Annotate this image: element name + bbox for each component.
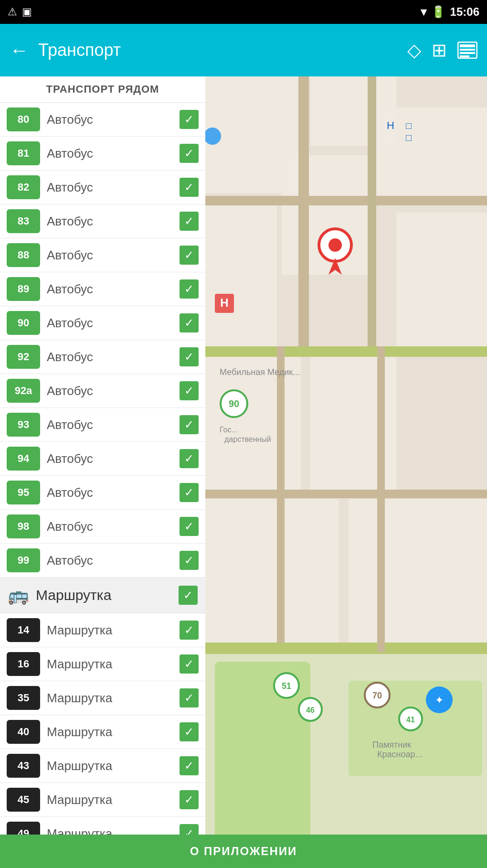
svg-text:Мебильная Медик...: Мебильная Медик...	[220, 367, 300, 377]
route-row[interactable]: 93 Автобус ✓	[0, 408, 205, 442]
route-type-label: Маршрутка	[47, 793, 173, 807]
route-badge: 83	[7, 209, 40, 233]
svg-point-28	[328, 238, 342, 252]
route-check[interactable]: ✓	[180, 790, 199, 809]
route-row[interactable]: 16 Маршрутка ✓	[0, 647, 205, 681]
route-row[interactable]: 92 Автобус ✓	[0, 340, 205, 374]
route-row[interactable]: 81 Автобус ✓	[0, 137, 205, 171]
svg-text:Памятник: Памятник	[372, 740, 411, 750]
route-check[interactable]: ✓	[180, 110, 199, 129]
route-type-label: Автобус	[47, 485, 173, 500]
route-badge: 92а	[7, 379, 40, 403]
marshrutka-category-row[interactable]: 🚌 Маршрутка ✓	[0, 578, 205, 613]
route-badge: 43	[7, 754, 40, 778]
status-left-icons: ⚠ ▣	[8, 6, 32, 18]
route-row[interactable]: 49 Маршрутка ✓	[0, 817, 205, 835]
route-row[interactable]: 95 Автобус ✓	[0, 476, 205, 510]
route-row[interactable]: 14 Маршрутка ✓	[0, 613, 205, 647]
route-check[interactable]: ✓	[180, 654, 199, 674]
map-background: 90 51 46 70 41 ✦ Мебильная Медик... Гос.…	[205, 76, 487, 835]
route-check[interactable]: ✓	[180, 178, 199, 197]
route-type-label: Автобус	[47, 316, 173, 331]
toolbar-action-icons: ◇ ⊞	[407, 40, 477, 61]
route-check[interactable]: ✓	[180, 381, 199, 400]
svg-rect-18	[205, 346, 487, 357]
route-row[interactable]: 89 Автобус ✓	[0, 272, 205, 306]
svg-text:□: □	[406, 120, 412, 131]
svg-text:41: 41	[406, 716, 415, 724]
route-row[interactable]: 43 Маршрутка ✓	[0, 749, 205, 783]
route-row[interactable]: 92а Автобус ✓	[0, 374, 205, 408]
route-check[interactable]: ✓	[180, 415, 199, 434]
back-button[interactable]: ←	[10, 40, 29, 61]
route-row[interactable]: 80 Автобус ✓	[0, 103, 205, 137]
svg-rect-8	[205, 203, 277, 346]
route-check[interactable]: ✓	[180, 313, 199, 332]
svg-text:✦: ✦	[435, 694, 444, 706]
svg-text:дарственный: дарственный	[224, 435, 271, 443]
route-check[interactable]: ✓	[180, 279, 199, 299]
svg-text:Гос...: Гос...	[220, 426, 238, 434]
route-row[interactable]: 88 Автобус ✓	[0, 238, 205, 272]
route-check[interactable]: ✓	[180, 347, 199, 366]
route-type-label: Маршрутка	[47, 623, 173, 638]
main-content: ТРАНСПОРТ РЯДОМ 80 Автобус ✓ 81 Автобус …	[0, 76, 487, 835]
back-icon: ←	[10, 40, 29, 61]
route-row[interactable]: 98 Автобус ✓	[0, 510, 205, 544]
svg-rect-20	[298, 76, 309, 346]
route-badge: 14	[7, 618, 40, 642]
route-badge: 45	[7, 788, 40, 812]
route-list-panel: ТРАНСПОРТ РЯДОМ 80 Автобус ✓ 81 Автобус …	[0, 76, 205, 835]
marshrutka-category-check[interactable]: ✓	[179, 586, 198, 605]
route-check[interactable]: ✓	[180, 246, 199, 265]
route-list-icon[interactable]: ⊞	[432, 40, 447, 61]
svg-rect-2	[460, 49, 475, 51]
page-title: Транспорт	[38, 40, 398, 60]
transport-view-icon[interactable]	[457, 42, 477, 59]
route-type-label: Автобус	[47, 519, 173, 534]
route-type-label: Автобус	[47, 384, 173, 398]
route-check[interactable]: ✓	[180, 449, 199, 468]
location-target-icon[interactable]: ◇	[407, 40, 421, 61]
svg-text:Н: Н	[387, 119, 394, 131]
route-row[interactable]: 94 Автобус ✓	[0, 442, 205, 476]
svg-rect-21	[368, 76, 376, 346]
section-header: ТРАНСПОРТ РЯДОМ	[0, 76, 205, 103]
svg-rect-22	[205, 643, 487, 654]
route-row[interactable]: 99 Автобус ✓	[0, 544, 205, 578]
route-badge: 81	[7, 141, 40, 165]
route-badge: 94	[7, 447, 40, 471]
route-check[interactable]: ✓	[180, 621, 199, 640]
route-check[interactable]: ✓	[180, 212, 199, 231]
svg-text:□: □	[406, 132, 412, 143]
bottom-bar[interactable]: О ПРИЛОЖЕНИИ	[0, 835, 487, 868]
route-type-label: Автобус	[47, 418, 173, 432]
svg-rect-14	[205, 499, 339, 643]
bus-routes-list: 80 Автобус ✓ 81 Автобус ✓ 82 Автобус ✓ 8…	[0, 103, 205, 578]
route-row[interactable]: 45 Маршрутка ✓	[0, 783, 205, 817]
route-check[interactable]: ✓	[180, 688, 199, 707]
route-badge: 40	[7, 720, 40, 744]
route-check[interactable]: ✓	[180, 517, 199, 536]
route-check[interactable]: ✓	[180, 824, 199, 835]
route-check[interactable]: ✓	[180, 483, 199, 502]
route-type-label: Автобус	[47, 282, 173, 297]
route-check[interactable]: ✓	[180, 756, 199, 775]
svg-text:70: 70	[372, 691, 382, 700]
route-check[interactable]: ✓	[180, 551, 199, 570]
route-check[interactable]: ✓	[180, 144, 199, 163]
route-type-label: Автобус	[47, 214, 173, 229]
svg-rect-11	[396, 213, 487, 356]
route-badge: 90	[7, 311, 40, 335]
svg-rect-19	[205, 490, 487, 498]
route-row[interactable]: 35 Маршрутка ✓	[0, 681, 205, 715]
map-panel[interactable]: 90 51 46 70 41 ✦ Мебильная Медик... Гос.…	[205, 76, 487, 835]
route-row[interactable]: 90 Автобус ✓	[0, 306, 205, 340]
svg-text:90: 90	[229, 398, 239, 409]
route-check[interactable]: ✓	[180, 722, 199, 741]
route-row[interactable]: 82 Автобус ✓	[0, 171, 205, 204]
svg-text:Красноар...: Красноар...	[377, 750, 422, 759]
route-row[interactable]: 83 Автобус ✓	[0, 204, 205, 238]
route-row[interactable]: 40 Маршрутка ✓	[0, 715, 205, 749]
time-display: 15:06	[450, 5, 479, 19]
